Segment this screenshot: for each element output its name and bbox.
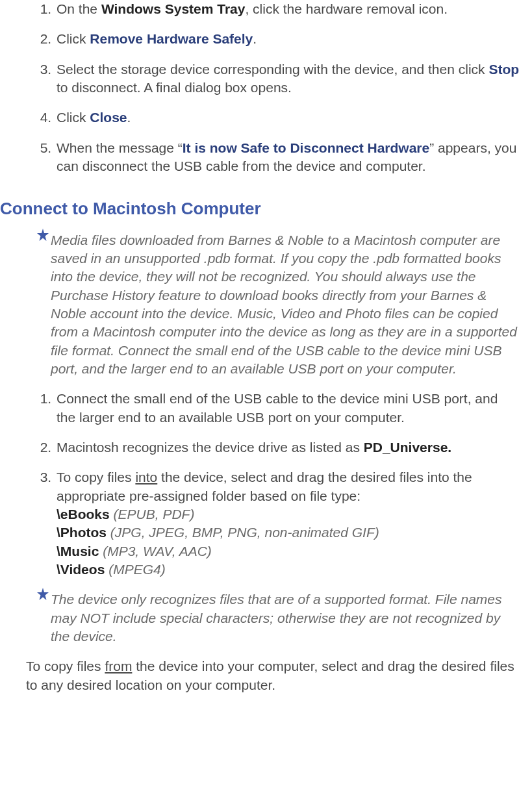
pd-universe-label: PD_Universe.	[364, 440, 451, 455]
from-underline: from	[105, 659, 132, 673]
note-text: The device only recognizes files that ar…	[51, 592, 502, 644]
stop-term: Stop	[488, 62, 519, 77]
close-term: Close	[90, 110, 127, 125]
text: Select the storage device corresponding …	[57, 62, 488, 77]
into-underline: into	[135, 470, 157, 485]
svg-marker-0	[37, 229, 49, 241]
text: To copy files	[26, 659, 105, 673]
text: On the	[57, 1, 101, 16]
text: to disconnect. A final dialog box opens.	[57, 80, 292, 95]
note-mac-pdb: Media files downloaded from Barnes & Nob…	[51, 231, 520, 379]
mac-connect-steps: Connect the small end of the USB cable t…	[0, 390, 520, 579]
copy-from-device-paragraph: To copy files from the device into your …	[26, 657, 520, 694]
text: Click	[57, 31, 90, 46]
text: Macintosh recognizes the device drive as…	[57, 440, 364, 455]
svg-marker-1	[37, 588, 49, 600]
step-2: Click Remove Hardware Safely.	[55, 30, 520, 48]
mac-step-1: Connect the small end of the USB cable t…	[55, 390, 520, 427]
star-icon	[35, 586, 51, 602]
step-4: Click Close.	[55, 108, 520, 127]
note-supported-format: The device only recognizes files that ar…	[51, 590, 520, 646]
folder-photos: \Photos (JPG, JPEG, BMP, PNG, non-animat…	[57, 523, 520, 542]
folder-list: \eBooks (EPUB, PDF) \Photos (JPG, JPEG, …	[57, 505, 520, 579]
text: When the message “	[57, 140, 183, 155]
mac-step-2: Macintosh recognizes the device drive as…	[55, 438, 520, 457]
text: , click the hardware removal icon.	[245, 1, 448, 16]
step-1: On the Windows System Tray, click the ha…	[55, 0, 520, 18]
remove-hardware-safely-term: Remove Hardware Safely	[90, 31, 253, 46]
text: .	[127, 110, 131, 125]
section-heading-connect-mac: Connect to Macintosh Computer	[0, 197, 520, 220]
safe-disconnect-term: It is now Safe to Disconnect Hardware	[183, 140, 429, 155]
text: To copy files	[57, 470, 135, 485]
star-icon	[35, 227, 51, 243]
folder-music: \Music (MP3, WAV, AAC)	[57, 542, 520, 560]
step-5: When the message “It is now Safe to Disc…	[55, 139, 520, 176]
text: Click	[57, 110, 90, 125]
text: .	[253, 31, 257, 46]
folder-videos: \Videos (MPEG4)	[57, 560, 520, 579]
mac-step-3: To copy files into the device, select an…	[55, 468, 520, 579]
folder-ebooks: \eBooks (EPUB, PDF)	[57, 505, 520, 523]
step-3: Select the storage device corresponding …	[55, 60, 520, 97]
windows-disconnect-steps: On the Windows System Tray, click the ha…	[0, 0, 520, 175]
windows-system-tray-label: Windows System Tray	[101, 1, 246, 16]
note-text: Media files downloaded from Barnes & Nob…	[51, 233, 517, 376]
